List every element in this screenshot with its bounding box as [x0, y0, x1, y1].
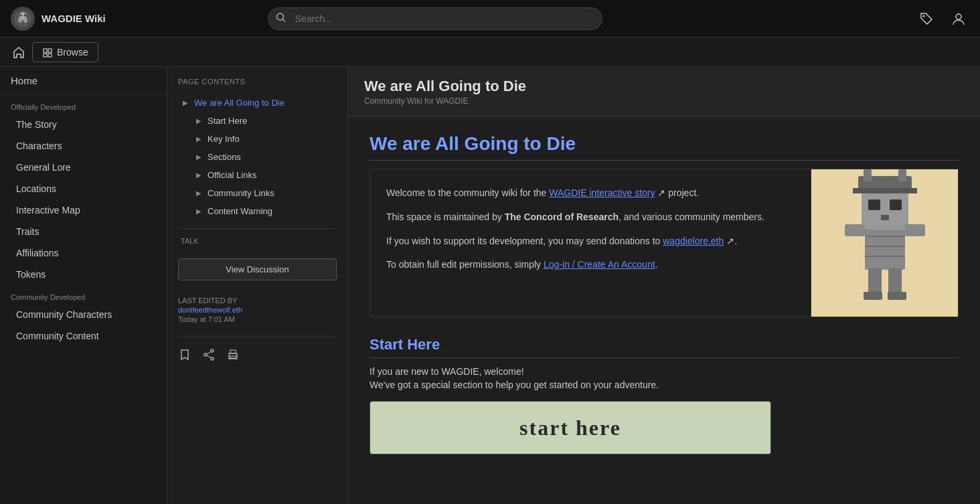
intro-paragraph-2: This space is maintained by The Concord … — [386, 209, 795, 226]
login-link[interactable]: Log-in / Create An Account — [544, 259, 655, 270]
svg-point-2 — [18, 17, 22, 23]
intro-p4-after: . — [655, 259, 658, 270]
intro-p1-before: Welcome to the community wiki for the — [386, 187, 549, 198]
logo-icon — [11, 7, 35, 31]
intro-paragraph-1: Welcome to the community wiki for the WA… — [386, 185, 795, 201]
view-discussion-button[interactable]: View Discussion — [178, 258, 337, 280]
start-paragraph-1: If you are new to WAGDIE, welcome! — [370, 366, 959, 377]
svg-point-9 — [956, 14, 961, 19]
last-edited-info: LAST EDITED BY dontfeedthewolf.eth Today… — [178, 297, 337, 323]
svg-point-15 — [211, 357, 214, 360]
svg-rect-33 — [905, 224, 925, 236]
browse-button[interactable]: Browse — [32, 42, 98, 62]
toc-chevron-main: ▶ — [181, 98, 190, 108]
sidebar-item-locations[interactable]: Locations — [0, 178, 167, 199]
page-header: We are All Going to Die Community Wiki f… — [348, 67, 980, 117]
svg-point-3 — [23, 17, 27, 23]
svg-rect-25 — [868, 199, 880, 210]
main-layout: Home Officially Developed The Story Char… — [0, 67, 980, 504]
svg-rect-30 — [864, 169, 872, 181]
toc-item-start-label: Start Here — [208, 116, 247, 126]
last-edited-label: LAST EDITED BY — [178, 297, 237, 305]
sidebar-item-the-story[interactable]: The Story — [0, 114, 167, 135]
svg-rect-29 — [853, 188, 917, 193]
toc-item-warning-label: Content Warning — [208, 206, 272, 216]
svg-rect-37 — [888, 292, 906, 300]
svg-rect-32 — [845, 224, 865, 236]
sidebar-section-community-developed: Community Developed — [0, 285, 167, 304]
toc-panel: PAGE CONTENTS ▶ We are All Going to Die … — [167, 67, 348, 504]
concord-name: The Concord of Research — [505, 212, 619, 222]
tags-icon[interactable] — [916, 8, 937, 29]
sidebar-item-community-characters[interactable]: Community Characters — [0, 304, 167, 325]
svg-rect-31 — [898, 169, 906, 181]
page-header-subtitle: Community Wiki for WAGDIE — [364, 96, 964, 106]
sidebar-item-characters[interactable]: Characters — [0, 135, 167, 157]
toc-sub-items: ▶ Start Here ▶ Key Info ▶ Sections ▶ Off… — [178, 112, 337, 220]
content-h1: We are All Going to Die — [370, 133, 959, 161]
secondary-navigation: Browse — [0, 37, 980, 67]
toc-item-community-links[interactable]: ▶ Community Links — [191, 184, 337, 202]
toc-chevron-start: ▶ — [194, 116, 203, 126]
sidebar-item-affiliations[interactable]: Affiliations — [0, 242, 167, 264]
print-icon[interactable] — [226, 348, 240, 365]
sidebar-item-tokens[interactable]: Tokens — [0, 264, 167, 285]
toc-divider — [178, 228, 337, 229]
app-title: WAGDIE Wiki — [42, 13, 106, 24]
toc-chevron-key-info: ▶ — [194, 135, 203, 144]
bookmark-icon[interactable] — [178, 348, 191, 365]
svg-rect-21 — [230, 356, 236, 358]
intro-p1-after: project. — [668, 187, 699, 198]
svg-rect-12 — [44, 54, 47, 57]
sidebar-item-home[interactable]: Home — [0, 67, 167, 95]
nav-right-actions — [916, 8, 969, 29]
svg-point-4 — [20, 14, 22, 16]
sidebar-section-officially-developed: Officially Developed — [0, 95, 167, 114]
svg-rect-10 — [44, 49, 47, 52]
toc-title: PAGE CONTENTS — [178, 78, 337, 86]
search-input[interactable] — [268, 7, 602, 30]
toc-item-sections-label: Sections — [208, 152, 241, 162]
start-here-banner-text: start here — [519, 416, 621, 440]
toc-item-content-warning[interactable]: ▶ Content Warning — [191, 202, 337, 220]
intro-character-image — [811, 169, 958, 317]
edit-time: Today at 7:01 AM — [178, 315, 337, 323]
wagdielore-link[interactable]: wagdielore.eth — [663, 236, 724, 246]
svg-point-6 — [276, 13, 283, 20]
top-navigation: WAGDIE Wiki — [0, 0, 980, 37]
svg-point-5 — [24, 14, 26, 16]
intro-text-area: Welcome to the community wiki for the WA… — [370, 169, 811, 317]
user-account-icon[interactable] — [948, 8, 969, 29]
sidebar-item-community-content[interactable]: Community Content — [0, 325, 167, 347]
svg-rect-27 — [881, 215, 889, 220]
toc-item-sections[interactable]: ▶ Sections — [191, 148, 337, 166]
search-icon — [276, 12, 287, 25]
svg-line-17 — [207, 352, 211, 355]
wagdie-story-link[interactable]: WAGDIE interactive story — [549, 187, 655, 198]
editor-name[interactable]: dontfeedthewolf.eth — [178, 306, 337, 314]
toc-item-key-info-label: Key Info — [208, 134, 240, 144]
app-logo[interactable]: WAGDIE Wiki — [11, 7, 106, 31]
sidebar-item-general-lore[interactable]: General Lore — [0, 157, 167, 178]
svg-rect-36 — [864, 292, 882, 300]
toc-item-start-here[interactable]: ▶ Start Here — [191, 112, 337, 130]
toc-item-official-links[interactable]: ▶ Official Links — [191, 166, 337, 184]
toc-chevron-community: ▶ — [194, 189, 203, 198]
toc-chevron-warning: ▶ — [194, 207, 203, 216]
sidebar-item-interactive-map[interactable]: Interactive Map — [0, 199, 167, 221]
toc-item-main[interactable]: ▶ We are All Going to Die — [178, 94, 337, 112]
intro-p3-after: . — [734, 236, 737, 246]
page-header-title: We are All Going to Die — [364, 78, 964, 95]
sidebar-item-traits[interactable]: Traits — [0, 221, 167, 242]
toc-item-key-info[interactable]: ▶ Key Info — [191, 130, 337, 148]
toc-chevron-sections: ▶ — [194, 153, 203, 162]
start-here-banner: start here — [370, 401, 771, 454]
browse-label: Browse — [57, 47, 88, 58]
svg-point-8 — [923, 15, 925, 17]
content-h2-start-here: Start Here — [370, 336, 959, 358]
svg-rect-11 — [48, 49, 52, 52]
share-icon[interactable] — [202, 348, 216, 365]
svg-rect-35 — [888, 268, 902, 295]
start-paragraph-2: We've got a special section to help you … — [370, 380, 959, 390]
home-nav-icon[interactable] — [5, 39, 32, 66]
